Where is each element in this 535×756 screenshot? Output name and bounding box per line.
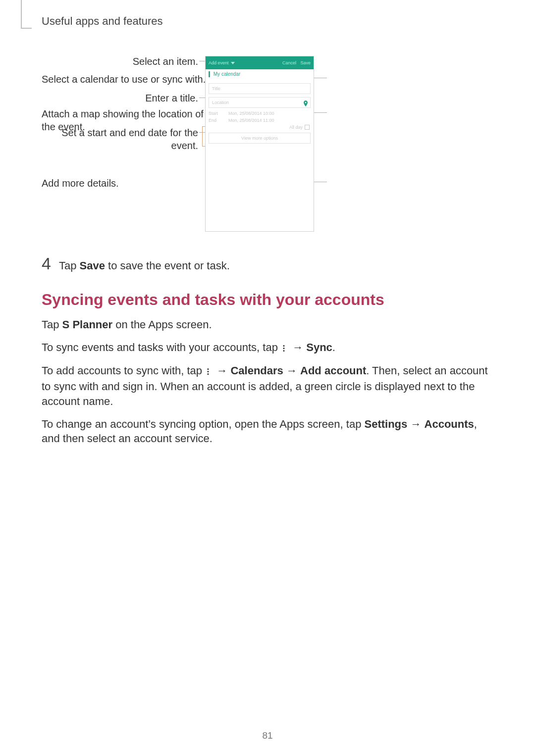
step-text: Tap Save to save the event or task. <box>59 258 230 273</box>
more-options-icon <box>281 341 289 356</box>
callout-select-calendar: Select a calendar to use or sync with. <box>42 73 206 86</box>
callout-select-item: Select an item. <box>42 55 198 68</box>
phone-allday-row[interactable]: All day <box>206 125 310 130</box>
start-label: Start <box>209 111 223 116</box>
phone-calendar-row[interactable]: My calendar <box>206 69 314 80</box>
paragraph-3: To add accounts to sync with, tap → Cale… <box>42 363 493 408</box>
step-4-line: 4 Tap Save to save the event or task. <box>42 252 493 275</box>
phone-title[interactable]: Add event <box>209 60 229 65</box>
paragraph-2: To sync events and tasks with your accou… <box>42 340 493 356</box>
section-header: Useful apps and features <box>42 15 163 28</box>
start-value: Mon, 25/08/2014 10:00 <box>228 111 274 116</box>
phone-more-options[interactable]: View more options <box>209 133 311 144</box>
section-heading: Syncing events and tasks with your accou… <box>42 289 493 310</box>
phone-location-field[interactable]: Location <box>209 97 311 108</box>
page-edge-mark <box>21 0 22 28</box>
page-body-text: 4 Tap Save to save the event or task. Sy… <box>42 252 493 454</box>
end-value: Mon, 25/08/2014 11:00 <box>228 118 274 123</box>
map-pin-icon[interactable] <box>303 101 307 104</box>
calendar-name: My calendar <box>214 71 240 77</box>
phone-cancel-button[interactable]: Cancel <box>282 60 296 65</box>
phone-start-row[interactable]: Start Mon, 25/08/2014 10:00 <box>209 111 311 116</box>
allday-checkbox[interactable] <box>305 125 310 130</box>
phone-titlebar: Add event Cancel Save <box>206 56 314 69</box>
calendar-color-bar-icon <box>209 71 210 77</box>
callout-enter-title: Enter a title. <box>42 92 198 104</box>
phone-save-button[interactable]: Save <box>300 60 311 65</box>
callout-attach-map: Attach a map showing the location of the… <box>42 107 206 133</box>
leader-line <box>314 78 327 78</box>
leader-line <box>314 112 327 113</box>
location-placeholder: Location <box>212 100 229 105</box>
phone-title-field[interactable]: Title <box>209 83 311 94</box>
title-placeholder: Title <box>212 86 220 91</box>
dropdown-triangle-icon[interactable] <box>231 62 235 64</box>
callout-add-details: Add more details. <box>42 177 206 190</box>
end-label: End <box>209 118 223 123</box>
annotated-screenshot-figure: Select an item. Enter a title. Set a sta… <box>42 52 493 230</box>
phone-end-row[interactable]: End Mon, 25/08/2014 11:00 <box>209 118 311 123</box>
paragraph-1: Tap S Planner on the Apps screen. <box>42 317 493 332</box>
phone-mockup: Add event Cancel Save My calendar Title … <box>205 56 314 232</box>
paragraph-4: To change an account’s syncing option, o… <box>42 417 493 446</box>
step-number: 4 <box>42 252 51 275</box>
more-options-icon <box>205 364 214 379</box>
page-number: 81 <box>0 730 535 741</box>
leader-line <box>202 126 203 146</box>
allday-label: All day <box>289 125 303 130</box>
